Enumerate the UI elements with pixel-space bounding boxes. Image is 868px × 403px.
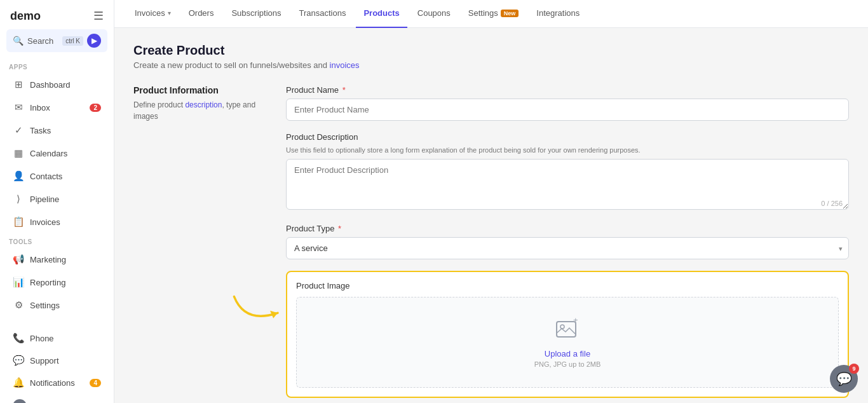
hamburger-icon[interactable]: ☰	[93, 9, 104, 23]
sidebar-logo: demo ☰	[0, 0, 114, 29]
product-name-label: Product Name *	[286, 85, 849, 95]
sidebar-item-dashboard[interactable]: ⊞ Dashboard	[4, 74, 110, 95]
product-type-label: Product Type *	[286, 224, 849, 233]
sidebar: demo ☰ 🔍 Search ctrl K ▶ Apps ⊞ Dashboar…	[0, 0, 114, 403]
sidebar-item-label: Contacts	[30, 172, 62, 181]
chevron-down-icon: ▾	[168, 10, 171, 17]
tools-section-label: Tools	[0, 233, 114, 248]
nav-invoices[interactable]: Invoices ▾	[127, 0, 179, 28]
reporting-icon: 📊	[13, 277, 24, 288]
sidebar-item-label: Inbox	[30, 103, 50, 113]
sidebar-item-support[interactable]: 💬 Support	[4, 350, 110, 371]
nav-subscriptions-label: Subscriptions	[231, 8, 281, 18]
sidebar-item-invoices[interactable]: 📋 Invoices	[4, 211, 110, 233]
product-name-field: Product Name *	[286, 85, 849, 121]
sidebar-item-label: Marketing	[30, 255, 66, 264]
sidebar-item-phone[interactable]: 📞 Phone	[4, 327, 110, 349]
main-area: Invoices ▾ Orders Subscriptions Transact…	[114, 0, 868, 403]
form-layout: Product Information Define product descr…	[133, 85, 849, 403]
required-indicator-type: *	[336, 224, 341, 233]
product-type-select[interactable]: A service Physical product Digital produ…	[286, 237, 849, 259]
nav-subscriptions[interactable]: Subscriptions	[224, 0, 288, 28]
nav-orders-label: Orders	[189, 8, 214, 18]
nav-transactions[interactable]: Transactions	[291, 0, 353, 28]
nav-products[interactable]: Products	[356, 0, 407, 28]
arrow-icon: ▶	[92, 36, 97, 45]
form-right-panel: Product Name * Product Description Use t…	[286, 85, 849, 403]
upload-icon: +	[555, 317, 580, 344]
product-name-input[interactable]	[286, 99, 849, 121]
sidebar-item-notifications[interactable]: 🔔 Notifications 4	[4, 372, 110, 393]
nav-settings-label: Settings	[468, 8, 498, 18]
required-indicator: *	[340, 85, 346, 95]
page-title: Create Product	[133, 43, 849, 58]
product-description-label: Product Description	[286, 132, 849, 142]
section-desc: Define product description, type and ima…	[133, 99, 267, 122]
notifications-badge: 4	[90, 379, 101, 387]
nav-coupons[interactable]: Coupons	[410, 0, 458, 28]
product-description-field: Product Description Use this field to op…	[286, 132, 849, 212]
sidebar-item-tasks[interactable]: ✓ Tasks	[4, 120, 110, 141]
sidebar-item-settings[interactable]: ⚙ Settings	[4, 294, 110, 316]
sidebar-item-label: Settings	[30, 301, 60, 310]
new-badge: New	[501, 10, 519, 17]
nav-products-label: Products	[363, 8, 399, 18]
search-shortcut: ctrl K	[62, 36, 83, 46]
content-area: Create Product Create a new product to s…	[114, 28, 868, 403]
nav-integrations-label: Integrations	[536, 8, 580, 18]
sidebar-item-pipeline[interactable]: ⟩ Pipeline	[4, 188, 110, 210]
textarea-wrapper: 0 / 256	[286, 159, 849, 212]
chat-badge: 9	[849, 364, 859, 374]
upload-hint: PNG, JPG up to 2MB	[534, 360, 601, 368]
sidebar-item-label: Reporting	[30, 278, 65, 287]
upload-area[interactable]: + Upload a file PNG, JPG up to 2MB	[296, 297, 839, 388]
sidebar-item-profile[interactable]: KS Profile	[4, 394, 110, 403]
sidebar-item-contacts[interactable]: 👤 Contacts	[4, 165, 110, 187]
nav-settings[interactable]: Settings New	[461, 0, 527, 28]
svg-text:+: +	[573, 317, 578, 325]
invoices-link[interactable]: invoices	[330, 60, 360, 70]
page-subtitle: Create a new product to sell on funnels/…	[133, 60, 849, 70]
search-button[interactable]: ▶	[87, 34, 101, 48]
sidebar-item-label: Tasks	[30, 126, 51, 135]
nav-coupons-label: Coupons	[417, 8, 451, 18]
product-type-select-wrapper: A service Physical product Digital produ…	[286, 237, 849, 259]
profile-avatar: KS	[13, 399, 27, 403]
form-left-panel: Product Information Define product descr…	[133, 85, 267, 403]
sidebar-item-label: Calendars	[30, 149, 67, 158]
pipeline-icon: ⟩	[13, 193, 24, 205]
settings-icon: ⚙	[13, 299, 24, 311]
chat-bubble[interactable]: 💬 9	[830, 365, 858, 393]
product-image-label: Product Image	[296, 281, 839, 290]
marketing-icon: 📢	[13, 254, 24, 265]
product-type-field: Product Type * A service Physical produc…	[286, 224, 849, 259]
apps-section-label: Apps	[0, 58, 114, 73]
sidebar-bottom: 📞 Phone 💬 Support 🔔 Notifications 4 KS P…	[0, 327, 114, 403]
sidebar-item-calendars[interactable]: ▦ Calendars	[4, 142, 110, 164]
app-logo: demo	[10, 10, 41, 23]
upload-link[interactable]: Upload a file	[545, 349, 590, 359]
product-image-section: Product Image + Upload a file PNG, JPG u…	[286, 271, 849, 398]
char-count: 0 / 256	[821, 200, 843, 207]
search-bar[interactable]: 🔍 Search ctrl K ▶	[6, 29, 107, 52]
notifications-icon: 🔔	[13, 377, 24, 388]
contacts-icon: 👤	[13, 170, 24, 182]
search-label: Search	[27, 36, 58, 46]
product-description-hint: Use this field to optionally store a lon…	[286, 146, 849, 155]
nav-orders[interactable]: Orders	[181, 0, 222, 28]
svg-point-2	[560, 325, 564, 329]
sidebar-item-label: Invoices	[30, 217, 60, 227]
tasks-icon: ✓	[13, 125, 24, 136]
sidebar-item-marketing[interactable]: 📢 Marketing	[4, 249, 110, 270]
sidebar-item-label: Support	[30, 356, 59, 365]
invoices-icon: 📋	[13, 216, 24, 228]
sidebar-item-inbox[interactable]: ✉ Inbox 2	[4, 97, 110, 118]
nav-invoices-label: Invoices	[135, 8, 165, 18]
nav-transactions-label: Transactions	[299, 8, 346, 18]
nav-integrations[interactable]: Integrations	[529, 0, 587, 28]
top-nav: Invoices ▾ Orders Subscriptions Transact…	[114, 0, 868, 28]
sidebar-item-reporting[interactable]: 📊 Reporting	[4, 271, 110, 293]
sidebar-item-label: Phone	[30, 334, 54, 343]
product-description-textarea[interactable]	[286, 159, 849, 210]
description-link[interactable]: description	[185, 100, 222, 109]
